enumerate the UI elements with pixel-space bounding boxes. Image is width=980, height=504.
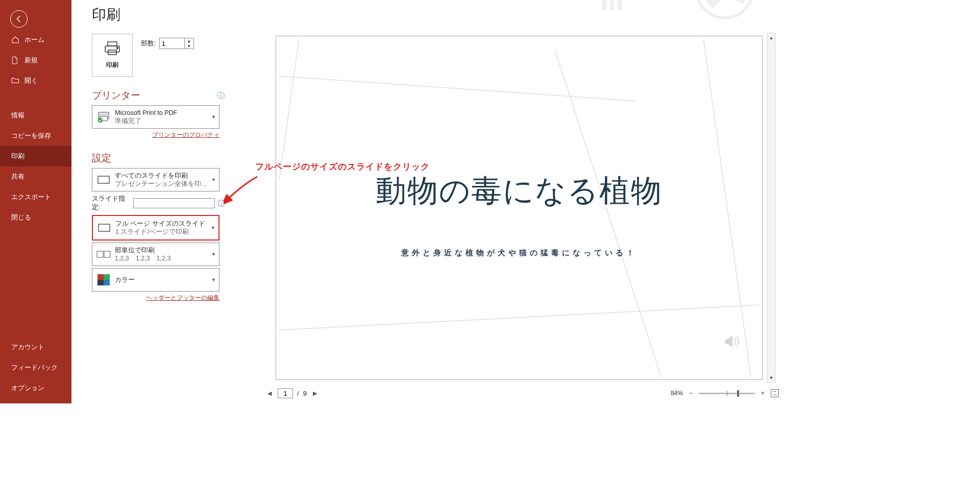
printer-status: 準備完了 xyxy=(115,117,177,125)
nav-label: アカウント xyxy=(11,343,44,352)
collate-dropdown[interactable]: 部単位で印刷1,2,3 1,2,3 1,2,3 ▼ xyxy=(92,243,219,266)
info-icon[interactable]: i xyxy=(217,92,225,99)
slides-all-icon xyxy=(96,173,111,187)
svg-rect-7 xyxy=(108,42,117,46)
nav-label: 開く xyxy=(24,76,38,85)
preview-page: 動物の毒になる植物 意外と身近な植物が犬や猫の猛毒になっている！ xyxy=(276,36,763,380)
copies-up[interactable]: ▲ xyxy=(185,38,193,43)
zoom-out-button[interactable]: − xyxy=(687,390,695,397)
layout-l2: 1 スライド/ページで印刷 xyxy=(115,228,205,236)
nav-label: 情報 xyxy=(11,111,24,120)
page-sep: / xyxy=(297,390,299,397)
nav-new[interactable]: 新規 xyxy=(0,50,71,70)
svg-rect-14 xyxy=(98,176,109,183)
print-settings-panel: 印刷 印刷 部数: ▲▼ プリンターi Microsoft Print to P… xyxy=(92,5,225,304)
nav-label: オプション xyxy=(11,383,44,393)
copies-input[interactable] xyxy=(160,40,184,47)
home-icon xyxy=(11,36,19,44)
printer-ready-icon xyxy=(96,110,111,124)
printer-heading: プリンター xyxy=(92,89,140,102)
range-l2: プレゼンテーション全体を印刷し… xyxy=(115,180,209,188)
layout-l1: フル ページ サイズのスライド xyxy=(115,220,205,228)
nav-share[interactable]: 共有 xyxy=(0,166,71,187)
color-l1: カラー xyxy=(115,276,135,284)
back-button[interactable] xyxy=(10,10,28,28)
color-dropdown[interactable]: カラー ▼ xyxy=(92,268,219,292)
copies-label: 部数: xyxy=(141,39,156,48)
chevron-down-icon: ▼ xyxy=(211,177,216,182)
nav-feedback[interactable]: フィードバック xyxy=(0,357,71,378)
svg-rect-3 xyxy=(618,0,622,10)
svg-rect-16 xyxy=(97,251,103,257)
nav-label: 新規 xyxy=(24,56,38,65)
slide-spec-label: スライド指定: xyxy=(92,195,130,212)
slide-spec-input[interactable] xyxy=(133,198,215,208)
backstage-nav: ホーム 新規 開く 情報 コピーを保存 印刷 共有 エクスポート 閉じる アカウ… xyxy=(0,0,71,403)
nav-home[interactable]: ホーム xyxy=(0,30,71,50)
nav-label: フィードバック xyxy=(11,363,58,372)
collate-l2: 1,2,3 1,2,3 1,2,3 xyxy=(115,254,170,262)
nav-label: 共有 xyxy=(11,172,24,181)
nav-info[interactable]: 情報 xyxy=(0,105,71,126)
nav-label: ホーム xyxy=(24,35,44,44)
nav-options[interactable]: オプション xyxy=(0,378,71,398)
slide-title: 動物の毒になる植物 xyxy=(279,171,759,212)
prev-page-button[interactable]: ◀ xyxy=(265,389,274,397)
chevron-down-icon: ▼ xyxy=(211,225,215,230)
nav-label: 閉じる xyxy=(11,213,31,222)
copies-spinner[interactable]: ▲▼ xyxy=(159,38,194,49)
print-preview: 動物の毒になる植物 意外と身近な植物が犬や猫の猛毒になっている！ ▲ ▼ xyxy=(265,33,776,383)
range-l1: すべてのスライドを印刷 xyxy=(115,172,209,180)
slide-subtitle: 意外と身近な植物が犬や猫の猛毒になっている！ xyxy=(279,248,759,258)
annotation-text: フルページのサイズのスライドをクリック xyxy=(255,161,430,173)
collate-icon xyxy=(96,247,111,261)
svg-point-0 xyxy=(697,0,753,18)
preview-scrollbar[interactable]: ▲ ▼ xyxy=(767,33,776,383)
current-page-input[interactable] xyxy=(278,388,293,398)
settings-heading: 設定 xyxy=(92,152,111,165)
page-title: 印刷 xyxy=(92,5,225,25)
nav-save-copy[interactable]: コピーを保存 xyxy=(0,126,71,146)
annotation-arrow-icon xyxy=(224,174,259,204)
svg-rect-17 xyxy=(104,251,110,257)
nav-print[interactable]: 印刷 xyxy=(0,146,71,166)
nav-label: 印刷 xyxy=(11,152,24,161)
print-layout-dropdown[interactable]: フル ページ サイズのスライド1 スライド/ページで印刷 ▼ xyxy=(92,215,219,241)
chevron-down-icon: ▼ xyxy=(211,114,216,119)
page-navigator: ◀ /9 ▶ xyxy=(265,387,319,399)
header-footer-link[interactable]: ヘッダーとフッターの編集 xyxy=(92,294,219,302)
nav-label: コピーを保存 xyxy=(11,131,51,140)
file-icon xyxy=(11,56,19,64)
printer-dropdown[interactable]: Microsoft Print to PDF準備完了 ▼ xyxy=(92,105,219,129)
nav-close[interactable]: 閉じる xyxy=(0,207,71,228)
fit-to-window-button[interactable] xyxy=(771,389,779,397)
svg-rect-2 xyxy=(610,0,614,10)
zoom-slider[interactable] xyxy=(699,393,755,394)
print-button-label: 印刷 xyxy=(106,61,118,69)
svg-point-13 xyxy=(98,118,103,123)
printer-properties-link[interactable]: プリンターのプロパティ xyxy=(92,131,219,139)
nav-export[interactable]: エクスポート xyxy=(0,187,71,207)
zoom-value: 84% xyxy=(671,390,683,397)
full-page-slide-icon xyxy=(97,221,111,235)
svg-rect-1 xyxy=(602,0,606,10)
total-pages: 9 xyxy=(303,390,307,397)
print-range-dropdown[interactable]: すべてのスライドを印刷プレゼンテーション全体を印刷し… ▼ xyxy=(92,168,219,191)
printer-icon xyxy=(104,41,121,58)
printer-name: Microsoft Print to PDF xyxy=(115,109,177,117)
copies-down[interactable]: ▼ xyxy=(185,43,193,49)
folder-open-icon xyxy=(11,77,19,85)
print-button[interactable]: 印刷 xyxy=(92,34,133,77)
scroll-down[interactable]: ▼ xyxy=(767,373,775,382)
nav-account[interactable]: アカウント xyxy=(0,337,71,357)
collate-l1: 部単位で印刷 xyxy=(115,246,170,254)
svg-point-10 xyxy=(117,47,118,49)
next-page-button[interactable]: ▶ xyxy=(311,389,319,397)
zoom-in-button[interactable]: + xyxy=(759,390,767,397)
color-icon xyxy=(96,273,111,287)
chevron-down-icon: ▼ xyxy=(211,277,216,282)
zoom-thumb[interactable] xyxy=(737,390,739,397)
zoom-control: 84% − + xyxy=(671,387,779,399)
nav-open[interactable]: 開く xyxy=(0,70,71,91)
scroll-up[interactable]: ▲ xyxy=(767,33,775,42)
